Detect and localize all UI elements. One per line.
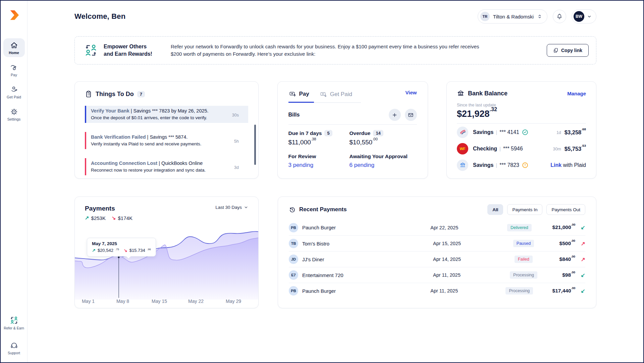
divider: | — [496, 162, 497, 168]
payment-date: Apr 22, 2025 — [430, 225, 486, 230]
plus-icon — [392, 112, 397, 118]
payment-amount: $17,440.00 — [552, 288, 576, 294]
scrollbar-thumb[interactable] — [254, 125, 256, 165]
company-name: Tilton & Radomski — [493, 14, 534, 19]
account-name: Checking — [473, 146, 497, 152]
x-axis-label: May 22 — [188, 299, 204, 304]
todo-description: Verify instantly via Plaid to send and r… — [91, 141, 244, 146]
recent-payments-card: Recent Payments All Payments In Payments… — [278, 196, 596, 308]
last-sync-time: 1d — [556, 130, 561, 135]
table-row[interactable]: PB Paunch Burger Apr 22, 2025 Delivered … — [289, 220, 585, 235]
sidebar-item-get-paid[interactable]: Get Paid — [3, 83, 25, 101]
pay-icon — [10, 63, 18, 72]
overdue-amount: $10,550.00 — [350, 139, 417, 146]
link-with-plaid[interactable]: Link with Plaid — [550, 162, 586, 168]
review-pending-link[interactable]: 3 pending — [288, 162, 350, 169]
range-label: Last 30 Days — [215, 205, 242, 210]
approval-pending-link[interactable]: 6 pending — [350, 162, 417, 169]
account-name: Savings — [473, 162, 493, 168]
banner-body: Refer your network to Forwardly to unloc… — [171, 43, 486, 58]
date-range-selector[interactable]: Last 30 Days — [215, 205, 248, 210]
sidebar-label: Settings — [7, 117, 21, 121]
sidebar-item-support[interactable]: Support — [3, 340, 25, 356]
pay-get-paid-card: Pay Get Paid View Bills — [277, 81, 428, 179]
due-label: Due in 7 days — [288, 130, 322, 136]
company-selector[interactable]: TR Tilton & Radomski — [478, 9, 547, 24]
copy-link-button[interactable]: Copy link — [547, 44, 589, 57]
payee-name: JJ's Diner — [302, 257, 324, 262]
things-to-do-card: Things To Do 7 Verify Your Bank | Saving… — [74, 81, 259, 179]
account-row[interactable]: WF Checking | *** 5946 30m $5,753.53 — [457, 141, 586, 156]
user-avatar: BW — [574, 11, 584, 22]
filter-payments-out-button[interactable]: Payments Out — [546, 204, 585, 215]
awaiting-approval-label: Awaiting Your Approval — [350, 153, 408, 160]
chevron-down-icon — [587, 14, 592, 19]
refer-earn-icon — [84, 44, 98, 57]
account-mask: *** 7823 — [499, 162, 519, 168]
todo-item[interactable]: Verify Your Bank | Savings *** 7823 by M… — [85, 106, 248, 123]
filter-payments-in-button[interactable]: Payments In — [507, 204, 542, 215]
trend-down-icon: ↘ — [124, 248, 127, 253]
payee-avatar: TB — [289, 239, 298, 248]
email-bill-button[interactable] — [405, 109, 417, 121]
payment-direction-icon: ↗ — [575, 256, 585, 263]
todo-detail: | Savings *** 5874. — [146, 134, 188, 140]
todo-title: Accounting Connection Lost — [91, 161, 157, 166]
for-review-label: For Review — [288, 153, 316, 160]
account-row[interactable]: Savings | *** 7823 Link with Plaid — [457, 157, 586, 173]
payee-avatar: PB — [289, 223, 298, 232]
table-row[interactable]: TB Tom's Bistro Apr 15, 2025 Paused $500… — [289, 235, 585, 251]
todo-item[interactable]: Accounting Connection Lost | QuickBooks … — [85, 158, 248, 175]
table-row[interactable]: E7 Entertainment 720 Apr 11, 2025 Proces… — [289, 267, 585, 283]
status-badge: Delivered — [507, 224, 532, 231]
due-count-badge: 5 — [324, 130, 332, 136]
x-axis-label: May 15 — [152, 299, 167, 304]
page-title: Welcome, Ben — [74, 12, 125, 21]
sidebar-item-settings[interactable]: Settings — [3, 105, 25, 124]
card-title: Things To Do — [96, 91, 134, 98]
verified-badge-icon — [522, 129, 528, 135]
payment-direction-icon: ↙ — [576, 224, 585, 231]
bank-of-america-logo-icon — [457, 127, 468, 138]
support-headset-icon — [10, 342, 18, 350]
warning-icon — [522, 162, 528, 168]
sidebar-item-pay[interactable]: Pay — [3, 60, 25, 79]
filter-all-button[interactable]: All — [487, 204, 503, 215]
account-row[interactable]: Savings | *** 4141 1d $3,258.68 — [457, 124, 586, 140]
overdue-label: Overdue — [350, 130, 371, 136]
payment-date: Apr 11, 2025 — [433, 272, 490, 278]
for-review-stat: For Review 3 pending — [288, 153, 350, 169]
sidebar-label: Support — [8, 351, 20, 355]
payee-name: Paunch Burger — [302, 288, 336, 294]
cash-out-icon — [289, 90, 297, 98]
status-badge: Processing — [510, 271, 537, 279]
account-amount: $3,258.68 — [565, 129, 586, 136]
tab-get-paid[interactable]: Get Paid — [314, 90, 361, 103]
manage-link[interactable]: Manage — [567, 91, 586, 96]
todo-item[interactable]: Bank Verification Failed | Savings *** 5… — [85, 132, 248, 149]
tab-pay[interactable]: Pay — [288, 90, 314, 103]
sidebar-item-refer-earn[interactable]: Refer & Earn — [3, 315, 25, 331]
bank-icon — [457, 90, 465, 97]
status-badge: Failed — [515, 256, 533, 263]
todo-description: Once the deposit of $0.01 arrives, enter… — [91, 115, 244, 120]
due-stat: Due in 7 days5 $11,000.38 — [288, 130, 350, 146]
user-menu[interactable]: BW — [572, 9, 596, 24]
sidebar-item-home[interactable]: Home — [3, 38, 25, 57]
clipboard-icon — [85, 90, 92, 98]
payment-amount: $500.00 — [557, 240, 575, 246]
add-bill-button[interactable] — [389, 109, 401, 121]
copy-icon — [553, 48, 558, 53]
referral-banner: Empower Others and Earn Rewards! Refer y… — [74, 36, 596, 64]
app-window: Home Pay Get Paid Settings — [0, 0, 644, 363]
wells-fargo-logo-icon: WF — [457, 143, 468, 154]
get-paid-icon — [10, 86, 18, 94]
trend-down-icon: ↘ — [112, 215, 116, 221]
table-row[interactable]: JD JJ's Diner Apr 14, 2025 Failed $840.0… — [289, 251, 585, 267]
view-link[interactable]: View — [406, 90, 417, 95]
card-title: Recent Payments — [299, 206, 347, 213]
notifications-button[interactable] — [553, 10, 566, 23]
forwardly-logo-icon — [8, 9, 20, 21]
payment-direction-icon: ↙ — [575, 272, 585, 278]
table-row[interactable]: PB Paunch Burger Apr 11, 2025 Processing… — [289, 283, 585, 299]
